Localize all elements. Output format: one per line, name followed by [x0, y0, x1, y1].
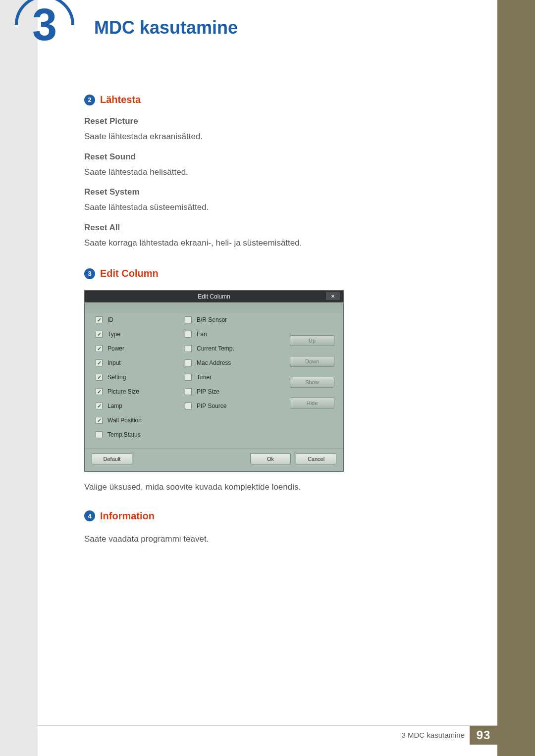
section-information-heading: 4 Information	[84, 510, 461, 522]
chapter-badge: 3	[15, 0, 84, 64]
checkbox-icon[interactable]	[185, 331, 192, 338]
dialog-body: IDTypePowerInputSettingPicture SizeLampW…	[85, 302, 343, 448]
checkbox-label: Timer	[197, 374, 212, 381]
checkbox-item[interactable]: Input	[96, 359, 185, 366]
checkbox-label: Current Temp.	[197, 345, 234, 352]
checkbox-item[interactable]: Mac Address	[185, 359, 274, 366]
checkbox-icon[interactable]	[185, 403, 192, 409]
checkbox-item[interactable]: Type	[96, 331, 185, 338]
reset-picture-text: Saate lähtestada ekraanisätted.	[84, 130, 461, 143]
hide-button[interactable]: Hide	[290, 398, 334, 408]
show-button[interactable]: Show	[290, 377, 334, 388]
dialog-titlebar: Edit Column ×	[85, 291, 343, 302]
checkbox-label: Picture Size	[107, 388, 139, 395]
reorder-buttons: Up Down Show Hide	[290, 316, 334, 438]
checkbox-item[interactable]: ID	[96, 316, 185, 323]
checkbox-icon[interactable]	[96, 374, 103, 381]
content-area: 2 Lähtesta Reset Picture Saate lähtestad…	[84, 94, 461, 548]
section-editcolumn-title: Edit Column	[100, 268, 159, 279]
checkbox-icon[interactable]	[185, 374, 192, 381]
checkbox-icon[interactable]	[96, 431, 103, 438]
page-footer: 3 MDC kasutamine 93	[38, 725, 497, 744]
checkbox-icon[interactable]	[96, 417, 103, 424]
editcolumn-caption: Valige üksused, mida soovite kuvada komp…	[84, 481, 461, 494]
checkbox-item[interactable]: Power	[96, 345, 185, 352]
checkbox-label: Wall Position	[107, 417, 142, 424]
checkbox-item[interactable]: Temp.Status	[96, 431, 185, 438]
checkbox-item[interactable]: Timer	[185, 374, 274, 381]
checkbox-item[interactable]: PIP Size	[185, 388, 274, 395]
reset-system-text: Saate lähtestada süsteemisätted.	[84, 201, 461, 214]
checkbox-label: Power	[107, 345, 124, 352]
close-button[interactable]: ×	[325, 292, 340, 301]
checkbox-icon[interactable]	[185, 388, 192, 395]
reset-all-head: Reset All	[84, 223, 461, 233]
checkbox-label: Input	[107, 359, 121, 366]
information-text: Saate vaadata programmi teavet.	[84, 533, 461, 546]
checkbox-icon[interactable]	[96, 316, 103, 323]
checkbox-item[interactable]: Fan	[185, 331, 274, 338]
reset-sound-text: Saate lähtestada helisätted.	[84, 166, 461, 179]
checkbox-label: ID	[107, 316, 113, 323]
section-editcolumn-heading: 3 Edit Column	[84, 268, 461, 279]
section-reset-title: Lähtesta	[100, 94, 141, 105]
checkbox-item[interactable]: B/R Sensor	[185, 316, 274, 323]
checkbox-icon[interactable]	[96, 388, 103, 395]
page-number: 93	[470, 726, 497, 745]
checkbox-icon[interactable]	[96, 403, 103, 409]
reset-all-text: Saate korraga lähtestada ekraani-, heli-…	[84, 237, 461, 250]
checkbox-label: Mac Address	[197, 359, 231, 366]
up-button[interactable]: Up	[290, 335, 334, 346]
checkbox-label: B/R Sensor	[197, 316, 227, 323]
checkbox-icon[interactable]	[96, 345, 103, 352]
default-button[interactable]: Default	[92, 454, 132, 464]
chapter-number: 3	[15, 0, 74, 54]
checkbox-icon[interactable]	[185, 359, 192, 366]
cancel-button[interactable]: Cancel	[296, 454, 336, 464]
bullet-icon: 3	[84, 268, 95, 279]
checkbox-label: PIP Size	[197, 388, 219, 395]
dialog-footer: Default Ok Cancel	[85, 448, 343, 471]
bullet-icon: 4	[84, 510, 95, 521]
checkbox-label: PIP Source	[197, 403, 226, 409]
checkbox-label: Type	[107, 331, 120, 338]
left-sidebar	[0, 0, 38, 756]
right-sidebar	[497, 0, 535, 756]
checkbox-icon[interactable]	[185, 345, 192, 352]
checkbox-item[interactable]: Lamp	[96, 403, 185, 409]
checkbox-label: Lamp	[107, 403, 122, 409]
reset-sound-head: Reset Sound	[84, 152, 461, 162]
ok-button[interactable]: Ok	[250, 454, 291, 464]
down-button[interactable]: Down	[290, 356, 334, 367]
reset-picture-head: Reset Picture	[84, 116, 461, 126]
section-information-title: Information	[100, 510, 155, 522]
chapter-title: MDC kasutamine	[94, 17, 238, 38]
dialog-title: Edit Column	[198, 293, 230, 300]
bullet-icon: 2	[84, 95, 95, 105]
checkbox-icon[interactable]	[96, 359, 103, 366]
checkbox-item[interactable]: Current Temp.	[185, 345, 274, 352]
checkbox-item[interactable]: PIP Source	[185, 403, 274, 409]
checkbox-column-2: B/R SensorFanCurrent Temp.Mac AddressTim…	[185, 316, 274, 438]
checkbox-label: Fan	[197, 331, 207, 338]
checkbox-icon[interactable]	[185, 316, 192, 323]
section-reset-heading: 2 Lähtesta	[84, 94, 461, 105]
checkbox-label: Temp.Status	[107, 431, 141, 438]
checkbox-item[interactable]: Wall Position	[96, 417, 185, 424]
checkbox-item[interactable]: Setting	[96, 374, 185, 381]
checkbox-icon[interactable]	[96, 331, 103, 338]
checkbox-item[interactable]: Picture Size	[96, 388, 185, 395]
footer-caption: 3 MDC kasutamine	[401, 731, 465, 739]
edit-column-dialog: Edit Column × IDTypePowerInputSettingPic…	[84, 290, 344, 472]
reset-system-head: Reset System	[84, 187, 461, 197]
checkbox-label: Setting	[107, 374, 126, 381]
checkbox-column-1: IDTypePowerInputSettingPicture SizeLampW…	[96, 316, 185, 438]
